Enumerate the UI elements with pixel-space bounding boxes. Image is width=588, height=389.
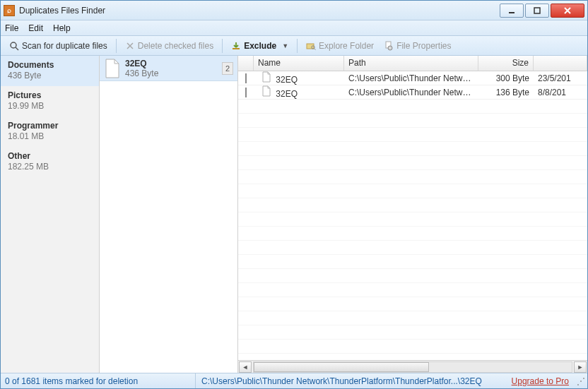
menu-file[interactable]: File [5, 23, 18, 33]
explore-label: Explore Folder [319, 41, 374, 51]
delete-icon [125, 41, 135, 51]
scroll-thumb[interactable] [254, 362, 429, 372]
toolbar-separator [297, 39, 298, 53]
category-title: Programmer [8, 121, 92, 131]
status-selection-count: 0 of 1681 items marked for deletion [5, 373, 196, 388]
column-name[interactable]: Name [254, 56, 344, 71]
maximize-button[interactable] [525, 4, 549, 18]
sidebar-item-programmer[interactable]: Programmer 18.01 MB [1, 116, 99, 147]
horizontal-scrollbar[interactable]: ◄ ► [238, 360, 587, 373]
row-name: 32EQ [276, 89, 298, 99]
category-title: Pictures [8, 90, 92, 100]
row-checkbox[interactable] [245, 73, 247, 83]
file-icon [104, 59, 121, 78]
exclude-button[interactable]: Exclude ▼ [227, 40, 293, 52]
svg-point-9 [388, 46, 392, 50]
group-text: 32EQ 436 Byte [125, 59, 222, 78]
statusbar: 0 of 1681 items marked for deletion C:\U… [1, 373, 587, 388]
sidebar-item-other[interactable]: Other 182.25 MB [1, 147, 99, 177]
row-size: 136 Byte [478, 88, 534, 97]
row-path: C:\Users\Public\Thunder Netwo... [344, 88, 478, 97]
file-icon [261, 85, 271, 97]
row-date: 23/5/201 [534, 73, 587, 83]
grid-body: 32EQ C:\Users\Public\Thunder Netwo... 30… [238, 71, 587, 360]
close-button[interactable] [551, 4, 584, 18]
table-row[interactable]: 32EQ C:\Users\Public\Thunder Netwo... 13… [238, 85, 587, 100]
group-title: 32EQ [125, 59, 222, 68]
toolbar: Scan for duplicate files Delete checked … [1, 36, 587, 56]
category-size: 19.99 MB [8, 101, 92, 111]
resize-grip[interactable]: ⋰ [573, 376, 583, 386]
sidebar-item-documents[interactable]: Documents 436 Byte [1, 56, 99, 86]
scan-label: Scan for duplicate files [22, 41, 107, 51]
window-controls [500, 4, 584, 18]
scroll-left-button[interactable]: ◄ [239, 361, 252, 373]
category-title: Other [8, 151, 92, 161]
column-checkbox[interactable] [238, 56, 254, 71]
app-window: ⌕ Duplicates Files Finder File Edit Help… [0, 0, 588, 389]
minimize-button[interactable] [500, 4, 524, 18]
scroll-track[interactable] [253, 361, 572, 373]
group-size: 436 Byte [125, 68, 222, 78]
menubar: File Edit Help [1, 20, 587, 36]
category-size: 18.01 MB [8, 131, 92, 141]
titlebar: ⌕ Duplicates Files Finder [1, 1, 587, 20]
scan-button[interactable]: Scan for duplicate files [5, 40, 112, 52]
delete-button[interactable]: Delete checked files [121, 40, 218, 52]
row-name: 32EQ [276, 75, 298, 85]
duplicate-group-list: 32EQ 436 Byte 2 [100, 56, 238, 373]
explore-button[interactable]: Explore Folder [302, 40, 378, 52]
menu-edit[interactable]: Edit [28, 23, 43, 33]
status-path: C:\Users\Public\Thunder Network\ThunderP… [196, 376, 507, 386]
column-size[interactable]: Size [478, 56, 534, 71]
exclude-label: Exclude [244, 41, 276, 51]
file-grid: Name Path Size 32EQ C:\Users\Public\Thun… [238, 56, 587, 373]
properties-button[interactable]: File Properties [380, 40, 455, 52]
search-icon [9, 41, 19, 51]
row-date: 8/8/201 [534, 88, 587, 97]
category-title: Documents [8, 60, 92, 70]
column-date[interactable] [534, 56, 587, 71]
toolbar-separator [116, 39, 117, 53]
group-count-badge: 2 [222, 62, 233, 75]
upgrade-link[interactable]: Upgrade to Pro [507, 376, 573, 386]
menu-help[interactable]: Help [53, 23, 71, 33]
svg-point-2 [11, 42, 16, 48]
category-sidebar: Documents 436 Byte Pictures 19.99 MB Pro… [1, 56, 100, 373]
svg-line-3 [16, 47, 18, 50]
window-title: Duplicates Files Finder [19, 6, 500, 16]
svg-line-7 [314, 49, 316, 50]
sidebar-item-pictures[interactable]: Pictures 19.99 MB [1, 86, 99, 116]
properties-icon [384, 41, 394, 51]
table-row[interactable]: 32EQ C:\Users\Public\Thunder Netwo... 30… [238, 71, 587, 85]
properties-label: File Properties [396, 41, 451, 51]
grid-header: Name Path Size [238, 56, 587, 71]
file-icon [261, 71, 271, 83]
folder-search-icon [306, 41, 316, 51]
scroll-right-button[interactable]: ► [574, 361, 587, 373]
column-path[interactable]: Path [344, 56, 478, 71]
duplicate-group-item[interactable]: 32EQ 436 Byte 2 [100, 56, 237, 81]
svg-rect-1 [534, 8, 540, 13]
toolbar-separator [222, 39, 223, 53]
content-area: Documents 436 Byte Pictures 19.99 MB Pro… [1, 56, 587, 373]
svg-rect-5 [307, 44, 314, 49]
exclude-icon [231, 41, 241, 51]
dropdown-arrow-icon[interactable]: ▼ [282, 42, 288, 49]
delete-label: Delete checked files [138, 41, 213, 51]
row-size: 300 Byte [478, 73, 534, 83]
svg-rect-4 [233, 48, 240, 49]
category-size: 182.25 MB [8, 162, 92, 172]
row-checkbox[interactable] [245, 88, 247, 97]
category-size: 436 Byte [8, 71, 92, 80]
row-path: C:\Users\Public\Thunder Netwo... [344, 73, 478, 83]
app-icon: ⌕ [4, 5, 15, 16]
svg-rect-0 [509, 12, 514, 13]
